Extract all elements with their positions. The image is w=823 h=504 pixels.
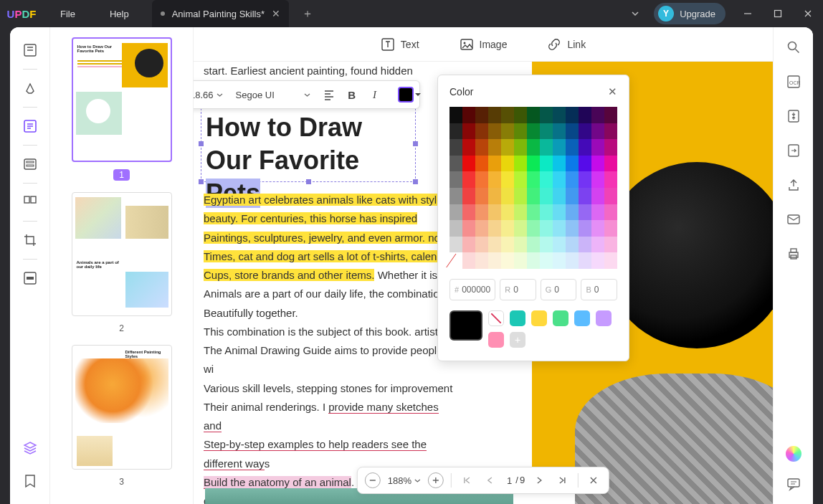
tool-crop-icon[interactable] bbox=[17, 227, 43, 253]
color-cell[interactable] bbox=[579, 252, 591, 269]
tool-organize-icon[interactable] bbox=[17, 189, 43, 215]
color-cell[interactable] bbox=[591, 156, 604, 172]
tabs-overflow-button[interactable] bbox=[617, 9, 654, 18]
page-indicator[interactable]: 1 / 9 bbox=[505, 475, 525, 487]
color-cell[interactable] bbox=[475, 171, 488, 188]
document-tab[interactable]: Animal Painting Skills* ✕ bbox=[152, 0, 289, 27]
comments-icon[interactable] bbox=[784, 474, 804, 494]
color-cell[interactable] bbox=[553, 188, 566, 204]
color-cell[interactable] bbox=[540, 123, 553, 140]
color-cell[interactable] bbox=[591, 252, 604, 269]
menu-help[interactable]: Help bbox=[92, 9, 146, 19]
color-cell[interactable] bbox=[591, 171, 604, 188]
color-cell[interactable] bbox=[566, 123, 579, 140]
color-cell[interactable] bbox=[591, 139, 604, 156]
window-minimize-button[interactable] bbox=[733, 0, 763, 27]
add-color-button[interactable]: + bbox=[510, 332, 525, 348]
color-cell[interactable] bbox=[527, 171, 540, 188]
color-cell[interactable] bbox=[462, 107, 475, 123]
zoom-in-button[interactable] bbox=[428, 472, 444, 488]
color-cell[interactable] bbox=[579, 123, 591, 140]
color-cell[interactable] bbox=[553, 237, 566, 253]
color-cell[interactable] bbox=[566, 156, 579, 172]
color-grid[interactable] bbox=[449, 107, 617, 269]
color-cell[interactable] bbox=[527, 220, 540, 237]
color-cell[interactable] bbox=[501, 252, 514, 269]
email-icon[interactable] bbox=[784, 209, 804, 229]
color-cell[interactable] bbox=[579, 156, 591, 172]
color-cell[interactable] bbox=[514, 188, 527, 204]
color-cell[interactable] bbox=[501, 188, 514, 204]
color-cell[interactable] bbox=[579, 204, 591, 221]
tool-reader-icon[interactable] bbox=[17, 37, 43, 63]
color-cell[interactable] bbox=[527, 107, 540, 123]
color-cell[interactable] bbox=[462, 220, 475, 237]
color-cell[interactable] bbox=[566, 220, 579, 237]
color-cell[interactable] bbox=[462, 188, 475, 204]
color-cell[interactable] bbox=[540, 171, 553, 188]
color-cell[interactable] bbox=[475, 220, 488, 237]
color-cell[interactable] bbox=[501, 156, 514, 172]
color-cell[interactable] bbox=[566, 171, 579, 188]
color-cell[interactable] bbox=[475, 123, 488, 140]
insert-image-button[interactable]: Image bbox=[460, 37, 508, 52]
bold-button[interactable]: B bbox=[342, 85, 362, 105]
tool-form-icon[interactable] bbox=[17, 151, 43, 177]
thumbnail-page-2[interactable]: Animals are a part of our daily life bbox=[72, 192, 172, 317]
insert-link-button[interactable]: Link bbox=[547, 37, 586, 52]
tab-close-button[interactable]: ✕ bbox=[272, 8, 280, 19]
color-cell[interactable] bbox=[579, 237, 591, 253]
color-cell[interactable] bbox=[566, 237, 579, 253]
color-cell[interactable] bbox=[462, 139, 475, 156]
color-cell[interactable] bbox=[604, 237, 617, 253]
color-cell[interactable] bbox=[488, 123, 501, 140]
color-cell[interactable] bbox=[566, 188, 579, 204]
color-cell[interactable] bbox=[514, 171, 527, 188]
ai-assistant-icon[interactable] bbox=[784, 444, 804, 464]
bookmark-icon[interactable] bbox=[17, 468, 43, 494]
color-cell[interactable] bbox=[514, 107, 527, 123]
color-cell[interactable] bbox=[475, 188, 488, 204]
upgrade-button[interactable]: Y Upgrade bbox=[654, 3, 726, 24]
menu-file[interactable]: File bbox=[43, 9, 92, 19]
color-cell[interactable] bbox=[501, 237, 514, 253]
color-cell[interactable] bbox=[449, 123, 462, 140]
color-cell[interactable] bbox=[449, 107, 462, 123]
color-cell[interactable] bbox=[475, 139, 488, 156]
color-cell[interactable] bbox=[462, 156, 475, 172]
color-cell[interactable] bbox=[540, 204, 553, 221]
recent-color-swatch[interactable] bbox=[596, 310, 612, 326]
color-cell[interactable] bbox=[527, 123, 540, 140]
color-cell[interactable] bbox=[540, 188, 553, 204]
recent-color-none[interactable] bbox=[488, 310, 504, 326]
color-cell[interactable] bbox=[604, 156, 617, 172]
color-cell[interactable] bbox=[514, 252, 527, 269]
recent-color-swatch[interactable] bbox=[531, 310, 547, 326]
color-cell[interactable] bbox=[604, 188, 617, 204]
color-cell[interactable] bbox=[501, 139, 514, 156]
font-color-button[interactable] bbox=[398, 87, 414, 103]
color-cell[interactable] bbox=[604, 171, 617, 188]
color-cell[interactable] bbox=[527, 237, 540, 253]
tool-edit-icon[interactable] bbox=[17, 113, 43, 139]
color-cell[interactable] bbox=[553, 156, 566, 172]
color-cell[interactable] bbox=[488, 220, 501, 237]
window-close-button[interactable] bbox=[793, 0, 823, 27]
color-cell[interactable] bbox=[591, 237, 604, 253]
color-cell[interactable] bbox=[449, 171, 462, 188]
thumbnail-page-3[interactable]: Different Painting Styles bbox=[72, 345, 172, 470]
color-cell[interactable] bbox=[540, 107, 553, 123]
font-family-select[interactable]: Segoe UI bbox=[230, 90, 316, 100]
color-cell[interactable] bbox=[501, 220, 514, 237]
color-cell[interactable] bbox=[527, 156, 540, 172]
first-page-button[interactable] bbox=[459, 472, 475, 488]
align-button[interactable] bbox=[319, 85, 339, 105]
insert-text-button[interactable]: Text bbox=[381, 37, 419, 52]
color-cell[interactable] bbox=[475, 204, 488, 221]
color-cell[interactable] bbox=[514, 156, 527, 172]
color-cell[interactable] bbox=[449, 139, 462, 156]
color-cell[interactable] bbox=[604, 107, 617, 123]
color-cell[interactable] bbox=[514, 139, 527, 156]
color-cell[interactable] bbox=[449, 252, 462, 269]
color-cell[interactable] bbox=[540, 237, 553, 253]
